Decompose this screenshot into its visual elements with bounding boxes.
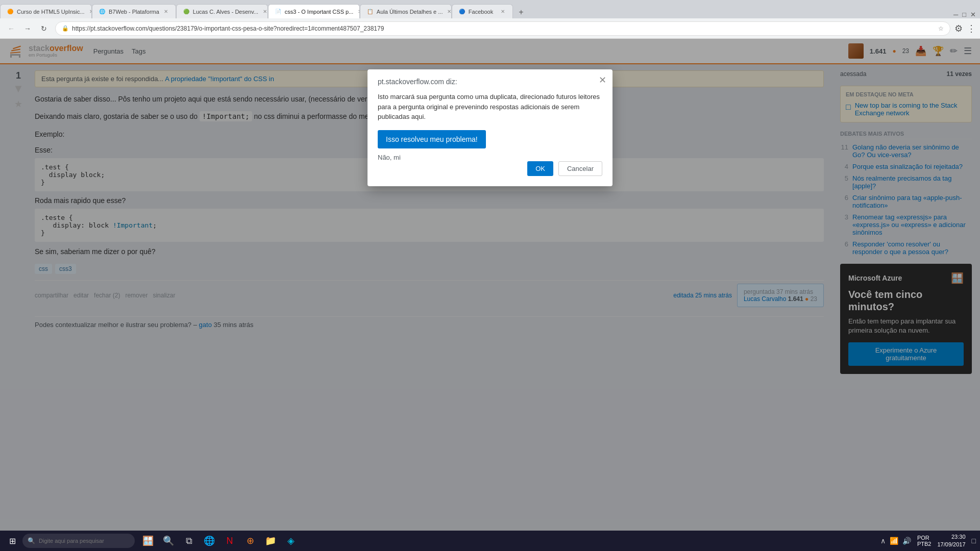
dialog-box: pt.stackoverflow.com diz: ✕ Isto marcará… — [368, 69, 612, 186]
taskbar-icons: ∧ 📶 🔊 — [880, 537, 911, 545]
tab-5-close[interactable]: ✕ — [446, 8, 451, 15]
nav-controls: ← → ↻ — [4, 21, 51, 36]
taskbar-clock[interactable]: 23:30 17/09/2017 — [937, 533, 965, 549]
taskbar-app-edge[interactable]: 🌐 — [200, 532, 218, 550]
nav-right: ⚙ ⋮ — [954, 23, 976, 34]
tab-4-title: css3 - O Important CSS p... — [285, 9, 354, 15]
taskbar-app-files[interactable]: 📁 — [261, 532, 280, 550]
forward-button[interactable]: → — [20, 21, 35, 36]
taskbar-app-store[interactable]: 🪟 — [139, 532, 157, 550]
taskbar-language: PORPTB2 — [917, 535, 932, 547]
tab-5-title: Aula Últimos Detalhes e ... — [377, 9, 443, 15]
back-button[interactable]: ← — [4, 21, 18, 36]
bookmark-icon[interactable]: ☆ — [938, 25, 944, 32]
taskbar-notification[interactable]: □ — [972, 537, 976, 545]
address-bar[interactable]: 🔒 https://pt.stackoverflow.com/questions… — [55, 21, 950, 36]
tab-2-close[interactable]: ✕ — [162, 8, 169, 15]
tab-1-close[interactable]: ✕ — [88, 8, 92, 15]
taskbar-right: ∧ 📶 🔊 PORPTB2 23:30 17/09/2017 □ — [880, 533, 976, 549]
dialog-overlay: pt.stackoverflow.com diz: ✕ Isto marcará… — [0, 39, 980, 531]
tab-3-title: Lucas C. Alves - Desenv... — [193, 9, 258, 15]
tab-3-close[interactable]: ✕ — [261, 8, 268, 15]
tab-bar: 🟠 Curso de HTML5 UpInsic... ✕ 🌐 B7Web - … — [0, 0, 980, 18]
tab-3[interactable]: 🟢 Lucas C. Alves - Desenv... ✕ — [176, 4, 268, 18]
tab-6-close[interactable]: ✕ — [499, 8, 506, 15]
dialog-close-button[interactable]: ✕ — [599, 74, 606, 86]
dialog-buttons: OK Cancelar — [378, 161, 602, 176]
tab-6-title: Facebook — [469, 9, 493, 15]
taskbar-volume-icon[interactable]: 🔊 — [902, 537, 911, 545]
taskbar-network-icon[interactable]: 📶 — [890, 537, 898, 545]
secure-icon: 🔒 — [62, 25, 69, 32]
start-button[interactable]: ⊞ — [4, 533, 20, 549]
tab-3-favicon: 🟢 — [183, 8, 190, 15]
menu-icon[interactable]: ⋮ — [967, 23, 976, 34]
dialog-title: pt.stackoverflow.com diz: — [378, 78, 602, 86]
tab-4-favicon: 📄 — [275, 8, 282, 15]
dialog-content: Isto marcará sua pergunta como uma dupli… — [378, 92, 602, 122]
taskbar-app-3d[interactable]: ◈ — [282, 532, 300, 550]
tab-2-favicon: 🌐 — [99, 8, 106, 15]
taskbar-search-input[interactable] — [22, 534, 135, 548]
dialog-duplicate-button[interactable]: Isso resolveu meu problema! — [378, 130, 486, 148]
taskbar-app-chrome[interactable]: ⊕ — [241, 532, 259, 550]
taskbar-search-wrap: 🔍 — [22, 534, 135, 548]
taskbar-time-display: 23:30 — [937, 533, 965, 541]
extensions-icon[interactable]: ⚙ — [954, 23, 963, 34]
new-tab-button[interactable]: + — [515, 6, 527, 18]
tab-1-favicon: 🟠 — [7, 8, 14, 15]
taskbar-arrow-up[interactable]: ∧ — [880, 537, 886, 545]
tab-4[interactable]: 📄 css3 - O Important CSS p... ✕ — [268, 4, 360, 18]
tab-1-title: Curso de HTML5 UpInsic... — [17, 9, 85, 15]
dialog-no-text: Não, mi — [378, 154, 602, 161]
tab-5[interactable]: 📋 Aula Últimos Detalhes e ... ✕ — [360, 4, 452, 18]
tab-5-favicon: 📋 — [366, 8, 374, 15]
tab-6[interactable]: 🔵 Facebook ✕ — [452, 4, 513, 18]
page-area: stackoverflow em Português Perguntas Tag… — [0, 39, 980, 531]
taskbar-search-icon: 🔍 — [28, 537, 35, 544]
dialog-ok-button[interactable]: OK — [527, 161, 553, 176]
tab-1[interactable]: 🟠 Curso de HTML5 UpInsic... ✕ — [0, 4, 92, 18]
browser-window: 🟠 Curso de HTML5 UpInsic... ✕ 🌐 B7Web - … — [0, 0, 980, 551]
close-button[interactable]: ✕ — [970, 11, 976, 18]
tab-6-favicon: 🔵 — [458, 8, 465, 15]
maximize-button[interactable]: □ — [962, 11, 966, 18]
url-text: https://pt.stackoverflow.com/questions/2… — [72, 25, 935, 32]
navigation-bar: ← → ↻ 🔒 https://pt.stackoverflow.com/que… — [0, 18, 980, 39]
tab-2-title: B7Web - Plataforma — [109, 9, 159, 15]
tab-2[interactable]: 🌐 B7Web - Plataforma ✕ — [92, 4, 176, 18]
taskbar-app-search[interactable]: 🔍 — [159, 532, 178, 550]
taskbar-date-display: 17/09/2017 — [937, 541, 965, 548]
taskbar: ⊞ 🔍 🪟 🔍 ⧉ 🌐 N ⊕ 📁 ◈ ∧ 📶 🔊 PORPTB2 23:30 — [0, 531, 980, 551]
minimize-button[interactable]: ─ — [953, 11, 958, 18]
dialog-cancel-button[interactable]: Cancelar — [558, 161, 602, 176]
taskbar-app-netflix[interactable]: N — [220, 532, 239, 550]
taskbar-app-task-view[interactable]: ⧉ — [180, 532, 198, 550]
reload-button[interactable]: ↻ — [37, 21, 51, 36]
tab-4-close[interactable]: ✕ — [356, 8, 360, 15]
taskbar-apps: 🪟 🔍 ⧉ 🌐 N ⊕ 📁 ◈ — [139, 532, 300, 550]
